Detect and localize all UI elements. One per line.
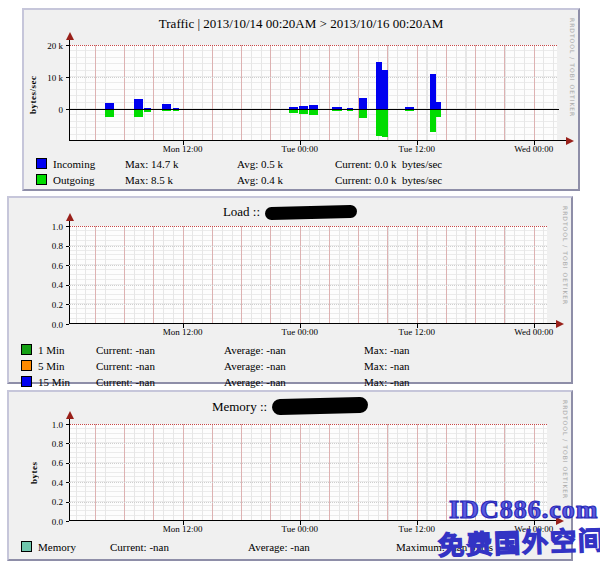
y-axis-tick-label: 0.4 bbox=[23, 478, 63, 488]
gridline bbox=[69, 265, 547, 266]
legend-label: Incoming bbox=[53, 158, 125, 170]
traffic-title-text: Traffic | 2013/10/14 00:20AM > 2013/10/1… bbox=[159, 16, 443, 31]
incoming-bar bbox=[309, 105, 319, 109]
incoming-bar bbox=[405, 107, 414, 109]
outgoing-bar bbox=[289, 110, 298, 113]
rrdtool-watermark: RRDTOOL / TOBI OETIKER bbox=[562, 206, 569, 305]
gridline bbox=[69, 482, 547, 483]
load-title-text: Load :: bbox=[223, 204, 260, 219]
y-axis bbox=[69, 39, 70, 141]
x-axis-tick-label: Wed 00:00 bbox=[514, 327, 553, 337]
y-axis-tick bbox=[66, 77, 69, 78]
legend-swatch bbox=[36, 174, 47, 185]
x-axis-tick bbox=[300, 521, 301, 525]
y-axis-tick-label: 0 bbox=[23, 105, 63, 115]
y-axis-tick-label: 0.0 bbox=[23, 517, 63, 527]
incoming-bar bbox=[359, 98, 367, 109]
outgoing-bar bbox=[359, 110, 367, 118]
gridline bbox=[69, 463, 547, 464]
y-axis-tick-label: 1.0 bbox=[23, 420, 63, 430]
x-axis-tick-label: Tue 00:00 bbox=[282, 327, 318, 337]
legend-swatch bbox=[21, 360, 32, 371]
legend-swatch bbox=[21, 344, 32, 355]
y-axis-tick bbox=[66, 226, 69, 227]
legend-stat: Average: -nan bbox=[248, 541, 396, 553]
x-axis-tick-label: Wed 00:00 bbox=[514, 144, 553, 154]
gridline-10k bbox=[69, 77, 557, 78]
x-axis-tick bbox=[183, 521, 184, 525]
gridline-top bbox=[69, 45, 557, 46]
memory-title-text: Memory :: bbox=[212, 399, 267, 414]
y-axis-tick-label: 0.2 bbox=[23, 300, 63, 310]
y-axis-tick-label: 1.0 bbox=[23, 222, 63, 232]
y-axis-arrow-icon bbox=[66, 32, 74, 40]
y-axis bbox=[69, 220, 70, 324]
x-axis-arrow-icon bbox=[566, 137, 574, 145]
x-axis-tick-label: Tue 00:00 bbox=[282, 144, 318, 154]
legend-stat: Current: -nan bbox=[110, 541, 248, 553]
y-axis-tick bbox=[66, 45, 69, 46]
outgoing-bar bbox=[162, 110, 171, 111]
rrdtool-watermark: RRDTOOL / TOBI OETIKER bbox=[562, 400, 569, 499]
legend-label: Outgoing bbox=[53, 174, 125, 186]
legend-label: 1 Min bbox=[38, 344, 96, 356]
traffic-graph-title: Traffic | 2013/10/14 00:20AM > 2013/10/1… bbox=[24, 16, 578, 32]
y-axis-tick bbox=[66, 109, 69, 110]
x-axis-tick-label: Tue 00:00 bbox=[282, 524, 318, 534]
load-graph-title: Load :: bbox=[9, 204, 571, 220]
outgoing-bar bbox=[173, 110, 179, 111]
legend-swatch bbox=[21, 376, 32, 387]
incoming-bar bbox=[173, 108, 179, 109]
legend-stat: Current: 0.0 k bytes/sec bbox=[335, 174, 442, 186]
legend-stat: Average: -nan bbox=[224, 344, 364, 356]
y-axis-tick-label: 0.4 bbox=[23, 280, 63, 290]
outgoing-bar bbox=[405, 110, 414, 111]
legend-row: 1 MinCurrent: -nanAverage: -nanMax: -nan bbox=[21, 343, 410, 356]
y-axis-tick-label: 10 k bbox=[23, 73, 63, 83]
incoming-bar bbox=[347, 108, 354, 109]
rrdtool-watermark: RRDTOOL / TOBI OETIKER bbox=[569, 18, 576, 117]
x-axis-arrow-icon bbox=[556, 320, 564, 328]
legend-stat: Max: 14.7 k bbox=[125, 158, 237, 170]
incoming-bar bbox=[134, 99, 143, 109]
x-axis-tick-label: Mon 12:00 bbox=[163, 327, 203, 337]
legend-row: 5 MinCurrent: -nanAverage: -nanMax: -nan bbox=[21, 359, 410, 372]
y-axis-tick-label: 0.6 bbox=[23, 261, 63, 271]
x-axis-tick-label: Tue 12:00 bbox=[399, 524, 435, 534]
legend-label: Memory bbox=[38, 541, 110, 553]
memory-graph-title: Memory :: bbox=[9, 398, 571, 415]
outgoing-bar bbox=[309, 110, 319, 115]
y-axis-arrow-icon bbox=[66, 411, 74, 419]
y-axis-tick-label: 0.2 bbox=[23, 497, 63, 507]
memory-legend: MemoryCurrent: -nanAverage: -nanMaximum:… bbox=[21, 540, 493, 556]
incoming-bar bbox=[382, 70, 388, 109]
gridline-top bbox=[69, 226, 547, 227]
incoming-bar bbox=[299, 106, 308, 109]
legend-stat: Current: 0.0 k bytes/sec bbox=[335, 158, 442, 170]
y-axis-arrow-icon bbox=[66, 213, 74, 221]
x-axis-tick-label: Mon 12:00 bbox=[163, 524, 203, 534]
legend-stat: Average: -nan bbox=[224, 360, 364, 372]
monitoring-graphs-page: { "page": { "watermark_vertical": "RRDTO… bbox=[0, 0, 600, 565]
legend-row: OutgoingMax: 8.5 kAvg: 0.4 kCurrent: 0.0… bbox=[36, 173, 442, 186]
load-graph-panel[interactable]: Load :: Mon 12:00Tue 00:00Tue 12:00Wed 0… bbox=[7, 196, 573, 384]
x-axis bbox=[69, 140, 566, 141]
x-axis-tick bbox=[300, 324, 301, 328]
x-axis-tick bbox=[417, 141, 418, 145]
x-axis-tick bbox=[534, 324, 535, 328]
redacted-hostname bbox=[265, 205, 357, 220]
x-axis-tick bbox=[417, 521, 418, 525]
outgoing-bar bbox=[436, 110, 441, 117]
incoming-bar bbox=[162, 104, 171, 109]
outgoing-bar bbox=[144, 110, 151, 112]
y-axis-tick bbox=[66, 424, 69, 425]
legend-stat: Average: -nan bbox=[224, 376, 364, 388]
incoming-bar bbox=[144, 108, 151, 109]
y-axis-tick-label: 0.6 bbox=[23, 458, 63, 468]
gridline bbox=[69, 443, 547, 444]
x-axis-tick bbox=[183, 141, 184, 145]
gridline bbox=[69, 304, 547, 305]
traffic-graph-panel[interactable]: Traffic | 2013/10/14 00:20AM > 2013/10/1… bbox=[22, 8, 580, 191]
load-legend: 1 MinCurrent: -nanAverage: -nanMax: -nan… bbox=[21, 343, 410, 391]
y-axis-tick-label: 0.8 bbox=[23, 439, 63, 449]
